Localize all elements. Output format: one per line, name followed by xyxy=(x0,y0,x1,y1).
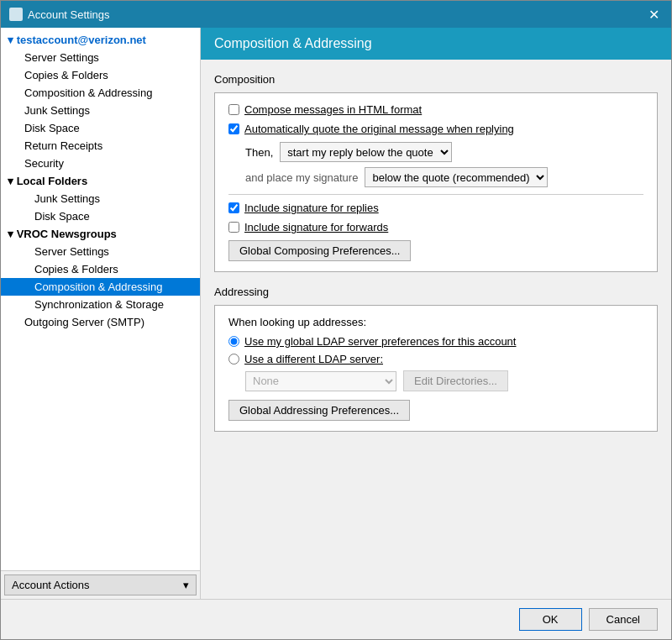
global-composing-button[interactable]: Global Composing Preferences... xyxy=(228,240,411,261)
sidebar-item-security[interactable]: Security xyxy=(1,155,200,172)
auto-quote-label[interactable]: Automatically quote the original message… xyxy=(244,123,514,135)
include-sig-replies-row: Include signature for replies xyxy=(228,202,643,214)
titlebar: Account Settings ✕ xyxy=(1,1,671,28)
account-settings-window: Account Settings ✕ ▾ testaccount@verizon… xyxy=(0,0,672,640)
radio-global-label[interactable]: Use my global LDAP server preferences fo… xyxy=(244,335,516,348)
sidebar-item-sync-storage[interactable]: Synchronization & Storage xyxy=(1,296,200,313)
sidebar-item-server-settings-vroc[interactable]: Server Settings xyxy=(1,243,200,260)
cancel-button[interactable]: Cancel xyxy=(589,608,658,631)
sig-position-dropdown[interactable]: below the quote (recommended) above the … xyxy=(365,167,548,187)
global-addressing-row: Global Addressing Preferences... xyxy=(228,400,643,421)
sidebar-list: ▾ testaccount@verizon.net Server Setting… xyxy=(1,28,200,570)
include-sig-replies-label[interactable]: Include signature for replies xyxy=(244,202,379,214)
sidebar-footer: Account Actions ▾ xyxy=(1,570,200,599)
sidebar-item-vroc-newsgroups[interactable]: ▾ VROC Newsgroups xyxy=(1,225,200,243)
auto-quote-checkbox[interactable] xyxy=(228,123,239,134)
collapse-icon: ▾ xyxy=(8,34,17,46)
close-button[interactable]: ✕ xyxy=(645,7,663,23)
sidebar: ▾ testaccount@verizon.net Server Setting… xyxy=(1,28,201,599)
compose-html-label[interactable]: Compose messages in HTML format xyxy=(244,103,422,116)
compose-html-row: Compose messages in HTML format xyxy=(228,103,643,116)
edit-directories-button[interactable]: Edit Directories... xyxy=(403,370,508,391)
sidebar-item-composition-addressing-vroc[interactable]: Composition & Addressing xyxy=(1,278,200,296)
sidebar-item-disk-space-1[interactable]: Disk Space xyxy=(1,119,200,137)
main-body: Composition Compose messages in HTML for… xyxy=(201,60,671,599)
radio-different-row: Use a different LDAP server: xyxy=(228,353,643,365)
separator-1 xyxy=(228,194,643,195)
ldap-server-dropdown[interactable]: None xyxy=(245,371,396,391)
collapse-icon-vroc: ▾ xyxy=(8,228,17,240)
sidebar-item-local-folders[interactable]: ▾ Local Folders xyxy=(1,172,200,190)
sidebar-item-composition-addressing-1[interactable]: Composition & Addressing xyxy=(1,84,200,102)
include-sig-forwards-checkbox[interactable] xyxy=(228,222,239,233)
include-sig-replies-checkbox[interactable] xyxy=(228,202,239,213)
composition-section-box: Compose messages in HTML format Automati… xyxy=(214,92,658,272)
titlebar-title: Account Settings xyxy=(9,8,110,21)
global-addressing-button[interactable]: Global Addressing Preferences... xyxy=(228,400,410,421)
radio-global-ldap[interactable] xyxy=(228,336,239,347)
then-row: Then, start my reply below the quote sta… xyxy=(245,142,643,162)
sidebar-item-junk-settings-local[interactable]: Junk Settings xyxy=(1,190,200,207)
then-label: Then, xyxy=(245,146,273,159)
auto-quote-row: Automatically quote the original message… xyxy=(228,123,643,135)
ldap-row: None Edit Directories... xyxy=(245,370,643,391)
global-composing-row: Global Composing Preferences... xyxy=(228,240,643,261)
sig-placement-row: and place my signature below the quote (… xyxy=(245,167,643,187)
main-header: Composition & Addressing xyxy=(201,28,671,60)
window-icon xyxy=(9,8,23,21)
collapse-icon-local: ▾ xyxy=(8,175,17,187)
footer: OK Cancel xyxy=(1,599,671,639)
account-actions-button[interactable]: Account Actions ▾ xyxy=(4,574,197,595)
radio-different-ldap[interactable] xyxy=(228,354,239,365)
sidebar-item-account[interactable]: ▾ testaccount@verizon.net xyxy=(1,31,200,49)
composition-section-label: Composition xyxy=(214,73,658,86)
sig-place-label: and place my signature xyxy=(245,171,358,184)
radio-global-row: Use my global LDAP server preferences fo… xyxy=(228,335,643,348)
sidebar-item-return-receipts[interactable]: Return Receipts xyxy=(1,137,200,155)
include-sig-forwards-label[interactable]: Include signature for forwards xyxy=(244,221,388,233)
looking-up-label: When looking up addresses: xyxy=(228,316,643,328)
compose-html-checkbox[interactable] xyxy=(228,104,239,115)
sidebar-item-junk-settings-1[interactable]: Junk Settings xyxy=(1,102,200,119)
main-content: ▾ testaccount@verizon.net Server Setting… xyxy=(1,28,671,599)
sidebar-item-copies-folders-vroc[interactable]: Copies & Folders xyxy=(1,260,200,278)
sidebar-item-server-settings[interactable]: Server Settings xyxy=(1,49,200,66)
reply-position-dropdown[interactable]: start my reply below the quote start my … xyxy=(280,142,452,162)
include-sig-forwards-row: Include signature for forwards xyxy=(228,221,643,233)
sidebar-item-outgoing-smtp[interactable]: Outgoing Server (SMTP) xyxy=(1,313,200,331)
main-panel: Composition & Addressing Composition Com… xyxy=(201,28,671,599)
addressing-section-box: When looking up addresses: Use my global… xyxy=(214,305,658,432)
radio-different-label[interactable]: Use a different LDAP server: xyxy=(244,353,383,365)
ok-button[interactable]: OK xyxy=(519,608,582,631)
sidebar-item-disk-space-local[interactable]: Disk Space xyxy=(1,207,200,225)
window-title: Account Settings xyxy=(28,8,110,21)
sidebar-item-copies-folders[interactable]: Copies & Folders xyxy=(1,66,200,84)
addressing-section-label: Addressing xyxy=(214,286,658,298)
